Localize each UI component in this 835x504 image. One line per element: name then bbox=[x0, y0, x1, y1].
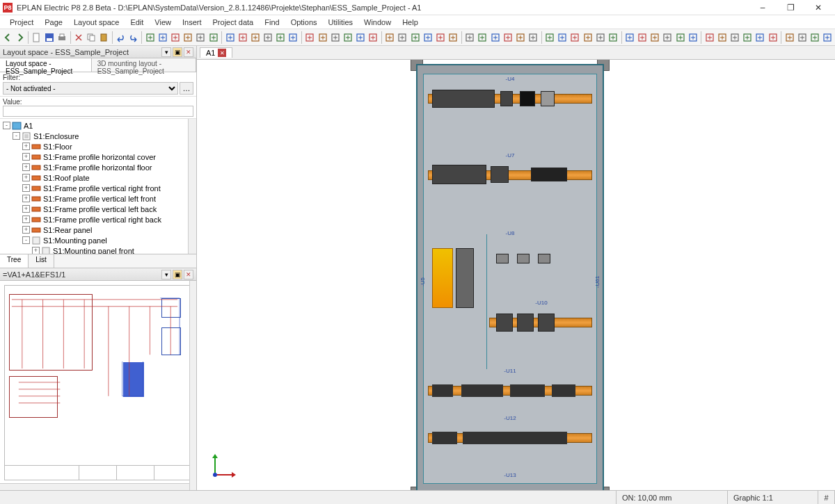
rail-u12[interactable]: -U12 bbox=[424, 419, 596, 455]
tree-item[interactable]: +S1:Frame profile vertical right back bbox=[0, 214, 196, 225]
tree-item[interactable]: -S1:Mounting panel bbox=[0, 235, 196, 245]
toolbar-button[interactable] bbox=[237, 31, 248, 44]
navigator-tree[interactable]: -A1-S1:Enclosure+S1:Floor+S1:Frame profi… bbox=[0, 119, 196, 254]
tree-expand-icon[interactable]: + bbox=[22, 226, 30, 234]
tree-expand-icon[interactable]: + bbox=[32, 247, 40, 254]
terminal-block[interactable] bbox=[461, 384, 503, 397]
pane-close-icon[interactable]: ✕ bbox=[184, 47, 193, 57]
toolbar-button[interactable] bbox=[569, 31, 581, 44]
preview-hscrollbar[interactable] bbox=[0, 483, 189, 490]
tree-item[interactable]: +S1:Frame profile vertical left back bbox=[0, 204, 196, 214]
minimize-button[interactable]: – bbox=[749, 1, 777, 15]
toolbar-button[interactable] bbox=[742, 31, 754, 44]
filter-browse-button[interactable]: … bbox=[180, 82, 193, 95]
menu-project[interactable]: Project bbox=[4, 17, 39, 28]
menu-edit[interactable]: Edit bbox=[125, 17, 149, 28]
component[interactable] bbox=[517, 254, 530, 263]
drawing-canvas[interactable]: -U5 -U61 -U4 -U7 bbox=[197, 60, 835, 490]
tree-expand-icon[interactable]: + bbox=[22, 184, 30, 192]
tree-expand-icon[interactable]: + bbox=[22, 174, 30, 181]
menu-utilities[interactable]: Utilities bbox=[323, 17, 358, 28]
component[interactable] bbox=[538, 254, 550, 263]
toolbar-button[interactable] bbox=[822, 31, 834, 44]
toolbar-button[interactable] bbox=[649, 31, 661, 44]
tab-list[interactable]: List bbox=[29, 254, 54, 268]
menu-window[interactable]: Window bbox=[358, 17, 397, 28]
component[interactable] bbox=[500, 91, 513, 106]
toolbar-button[interactable] bbox=[144, 31, 156, 44]
close-button[interactable]: ✕ bbox=[804, 1, 832, 15]
tab-tree[interactable]: Tree bbox=[0, 254, 29, 268]
component[interactable] bbox=[538, 314, 555, 332]
tb-undo-icon[interactable] bbox=[115, 31, 127, 44]
component[interactable] bbox=[531, 168, 567, 181]
toolbar-button[interactable] bbox=[355, 31, 367, 44]
rail-u7[interactable]: -U7 bbox=[424, 156, 596, 193]
tree-expand-icon[interactable]: + bbox=[22, 216, 30, 223]
terminal-block[interactable] bbox=[552, 384, 575, 397]
toolbar-button[interactable] bbox=[754, 31, 766, 44]
tree-item[interactable]: +S1:Frame profile horizontal cover bbox=[0, 152, 196, 162]
toolbar-button[interactable] bbox=[195, 31, 207, 44]
toolbar-button[interactable] bbox=[489, 31, 501, 44]
toolbar-button[interactable] bbox=[304, 31, 316, 44]
tree-expand-icon[interactable]: + bbox=[22, 163, 30, 171]
doc-tab-close-icon[interactable]: ✕ bbox=[218, 49, 226, 57]
toolbar-button[interactable] bbox=[182, 31, 194, 44]
toolbar-button[interactable] bbox=[809, 31, 820, 44]
menu-projectdata[interactable]: Project data bbox=[207, 17, 260, 28]
preview-canvas[interactable] bbox=[0, 281, 196, 490]
menu-options[interactable]: Options bbox=[285, 17, 323, 28]
tb-next-icon[interactable] bbox=[14, 31, 26, 44]
toolbar-button[interactable] bbox=[582, 31, 594, 44]
tab-layoutspace[interactable]: Layout space - ESS_Sample_Project bbox=[0, 58, 92, 72]
tb-copy-icon[interactable] bbox=[86, 31, 97, 44]
toolbar-button[interactable] bbox=[477, 31, 488, 44]
terminal-block[interactable] bbox=[510, 384, 545, 397]
preview-close-icon[interactable]: ✕ bbox=[184, 270, 193, 279]
toolbar-button[interactable] bbox=[716, 31, 728, 44]
toolbar-button[interactable] bbox=[447, 31, 459, 44]
maximize-button[interactable]: ❐ bbox=[777, 1, 804, 15]
tree-item[interactable]: +S1:Frame profile vertical right front bbox=[0, 183, 196, 193]
terminal-block[interactable] bbox=[432, 432, 457, 444]
toolbar-button[interactable] bbox=[249, 31, 261, 44]
tree-item[interactable]: +S1:Floor bbox=[0, 141, 196, 152]
toolbar-button[interactable] bbox=[767, 31, 779, 44]
toolbar-button[interactable] bbox=[342, 31, 353, 44]
toolbar-button[interactable] bbox=[662, 31, 674, 44]
toolbar-button[interactable] bbox=[623, 31, 635, 44]
preview-dropdown-icon[interactable]: ▾ bbox=[161, 270, 171, 279]
preview-pin-icon[interactable]: ▣ bbox=[173, 270, 182, 279]
toolbar-button[interactable] bbox=[262, 31, 273, 44]
menu-page[interactable]: Page bbox=[39, 17, 68, 28]
tree-expand-icon[interactable]: + bbox=[22, 195, 30, 202]
preview-scrollbar[interactable] bbox=[189, 281, 196, 490]
toolbar-button[interactable] bbox=[607, 31, 619, 44]
menu-find[interactable]: Find bbox=[259, 17, 285, 28]
toolbar-button[interactable] bbox=[224, 31, 236, 44]
toolbar-button[interactable] bbox=[384, 31, 396, 44]
toolbar-button[interactable] bbox=[674, 31, 686, 44]
tree-item[interactable]: +S1:Frame profile vertical left front bbox=[0, 193, 196, 204]
rail-u4[interactable]: -U4 bbox=[424, 80, 596, 116]
tree-item[interactable]: -A1 bbox=[0, 120, 196, 131]
terminal-block[interactable] bbox=[432, 384, 453, 397]
tree-scrollbar[interactable] bbox=[188, 119, 196, 254]
toolbar-button[interactable] bbox=[527, 31, 539, 44]
toolbar-button[interactable] bbox=[207, 31, 219, 44]
tree-expand-icon[interactable]: - bbox=[22, 236, 30, 244]
toolbar-button[interactable] bbox=[317, 31, 328, 44]
tb-save-icon[interactable] bbox=[43, 31, 55, 44]
toolbar-button[interactable] bbox=[687, 31, 699, 44]
tb-cut-icon[interactable] bbox=[73, 31, 85, 44]
tb-paste-icon[interactable] bbox=[98, 31, 110, 44]
component[interactable] bbox=[520, 91, 535, 106]
toolbar-button[interactable] bbox=[464, 31, 476, 44]
toolbar-button[interactable] bbox=[543, 31, 555, 44]
toolbar-button[interactable] bbox=[422, 31, 434, 44]
menu-view[interactable]: View bbox=[149, 17, 177, 28]
tb-new-icon[interactable] bbox=[31, 31, 42, 44]
toolbar-button[interactable] bbox=[514, 31, 526, 44]
component[interactable] bbox=[541, 91, 555, 106]
